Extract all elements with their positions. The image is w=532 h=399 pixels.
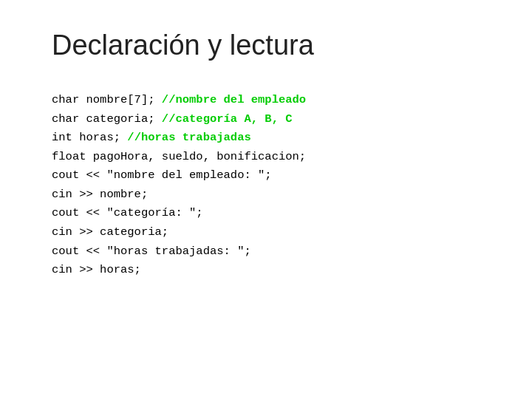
code-line-4: float pagoHora, sueldo, bonificacion;	[52, 148, 488, 167]
code-text: char categoria;	[52, 112, 162, 126]
code-text: char nombre[7];	[52, 93, 162, 106]
code-text: cin >> nombre;	[52, 188, 148, 201]
code-line-6: cin >> nombre;	[52, 185, 488, 205]
code-line-10: cin >> horas;	[52, 261, 488, 280]
code-comment: //horas trabajadas	[127, 131, 250, 144]
code-line-5: cout << "nombre del empleado: ";	[52, 166, 488, 185]
slide-title: Declaración y lectura	[52, 30, 488, 61]
code-block: char nombre[7]; //nombre del empleado ch…	[52, 91, 488, 280]
code-text: cout << "horas trabajadas: ";	[52, 245, 251, 258]
slide: Declaración y lectura char nombre[7]; //…	[0, 0, 532, 399]
code-line-2: char categoria; //categoría A, B, C	[52, 110, 488, 129]
code-text: float pagoHora, sueldo, bonificacion;	[52, 150, 306, 163]
code-comment: //nombre del empleado	[162, 93, 306, 106]
code-text: int horas;	[52, 131, 127, 144]
code-comment: //categoría A, B, C	[162, 112, 293, 126]
code-text: cout << "categoría: ";	[52, 206, 203, 219]
code-text: cout << "nombre del empleado: ";	[52, 168, 272, 182]
code-line-3: int horas; //horas trabajadas	[52, 129, 488, 148]
code-line-7: cout << "categoría: ";	[52, 204, 488, 223]
code-line-1: char nombre[7]; //nombre del empleado	[52, 91, 488, 110]
code-line-8: cin >> categoria;	[52, 223, 488, 242]
code-text: cin >> horas;	[52, 263, 141, 276]
code-text: cin >> categoria;	[52, 225, 168, 239]
code-line-9: cout << "horas trabajadas: ";	[52, 242, 488, 262]
